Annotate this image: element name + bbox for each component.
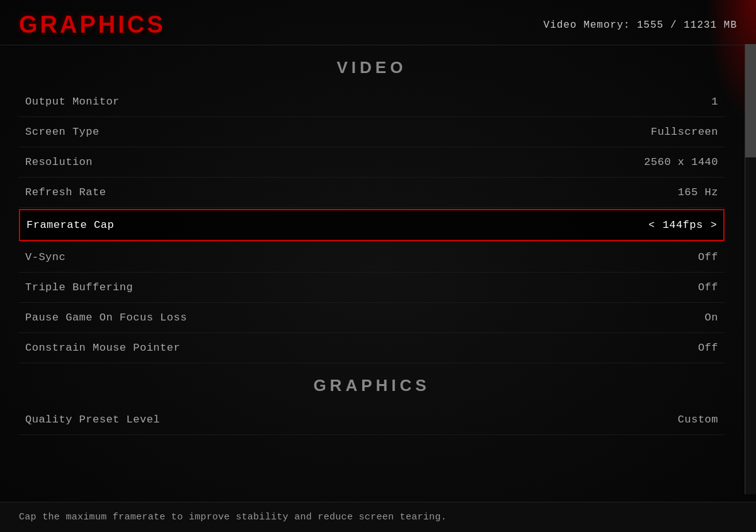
- main-container: GRAPHICS Video Memory: 1555 / 11231 MB V…: [0, 0, 756, 532]
- setting-label-output-monitor: Output Monitor: [25, 96, 120, 108]
- page-title: GRAPHICS: [19, 11, 166, 38]
- graphics-settings-list: Quality Preset Level Custom: [19, 405, 724, 435]
- arrow-left-icon[interactable]: <: [649, 220, 655, 231]
- footer-description: Cap the maximum framerate to improve sta…: [0, 502, 756, 532]
- setting-output-monitor[interactable]: Output Monitor 1: [19, 87, 724, 117]
- main-content: VIDEO Output Monitor 1 Screen Type Fulls…: [0, 45, 756, 502]
- arrow-right-icon[interactable]: >: [711, 220, 717, 231]
- header: GRAPHICS Video Memory: 1555 / 11231 MB: [0, 0, 756, 45]
- setting-vsync[interactable]: V-Sync Off: [19, 242, 724, 273]
- setting-label-triple-buffering: Triple Buffering: [25, 281, 133, 293]
- setting-pause-game[interactable]: Pause Game On Focus Loss On: [19, 303, 724, 333]
- scrollbar[interactable]: [745, 44, 756, 494]
- setting-label-resolution: Resolution: [25, 156, 93, 168]
- video-memory-info: Video Memory: 1555 / 11231 MB: [544, 20, 737, 31]
- setting-screen-type[interactable]: Screen Type Fullscreen: [19, 117, 724, 147]
- setting-value-pause-game: On: [705, 312, 718, 324]
- setting-label-screen-type: Screen Type: [25, 126, 100, 138]
- setting-value-framerate-cap: < 144fps >: [649, 219, 717, 231]
- setting-value-refresh-rate: 165 Hz: [678, 186, 718, 198]
- footer-description-text: Cap the maximum framerate to improve sta…: [19, 512, 447, 523]
- setting-value-vsync: Off: [698, 251, 718, 263]
- setting-label-framerate-cap: Framerate Cap: [26, 219, 114, 231]
- setting-constrain-mouse[interactable]: Constrain Mouse Pointer Off: [19, 333, 724, 363]
- setting-value-constrain-mouse: Off: [698, 342, 718, 354]
- setting-value-resolution: 2560 x 1440: [644, 156, 718, 168]
- setting-resolution[interactable]: Resolution 2560 x 1440: [19, 147, 724, 178]
- setting-label-refresh-rate: Refresh Rate: [25, 186, 106, 198]
- setting-label-quality-preset: Quality Preset Level: [25, 414, 160, 426]
- setting-refresh-rate[interactable]: Refresh Rate 165 Hz: [19, 178, 724, 208]
- setting-label-constrain-mouse: Constrain Mouse Pointer: [25, 342, 180, 354]
- setting-value-quality-preset: Custom: [678, 414, 718, 426]
- video-settings-list: Output Monitor 1 Screen Type Fullscreen …: [19, 87, 724, 363]
- section-header-video: VIDEO: [19, 45, 724, 87]
- setting-label-pause-game: Pause Game On Focus Loss: [25, 312, 187, 324]
- section-header-graphics: GRAPHICS: [19, 363, 724, 405]
- setting-framerate-cap[interactable]: Framerate Cap < 144fps >: [19, 209, 724, 241]
- setting-triple-buffering[interactable]: Triple Buffering Off: [19, 273, 724, 303]
- scrollbar-thumb[interactable]: [745, 44, 756, 157]
- setting-label-vsync: V-Sync: [25, 251, 66, 263]
- setting-quality-preset[interactable]: Quality Preset Level Custom: [19, 405, 724, 435]
- framerate-cap-value: 144fps: [663, 219, 703, 231]
- setting-value-screen-type: Fullscreen: [651, 126, 718, 138]
- setting-value-output-monitor: 1: [711, 96, 718, 108]
- setting-value-triple-buffering: Off: [698, 281, 718, 293]
